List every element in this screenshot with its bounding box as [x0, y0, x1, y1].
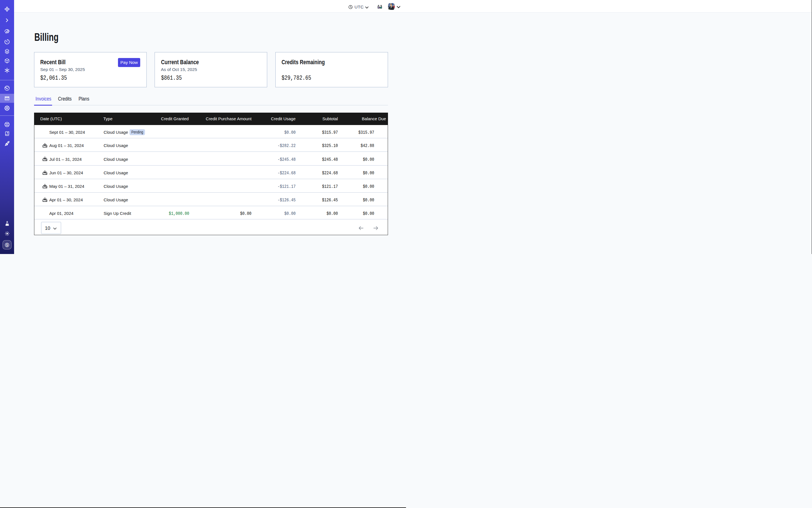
svg-text:$: $: [6, 243, 8, 247]
